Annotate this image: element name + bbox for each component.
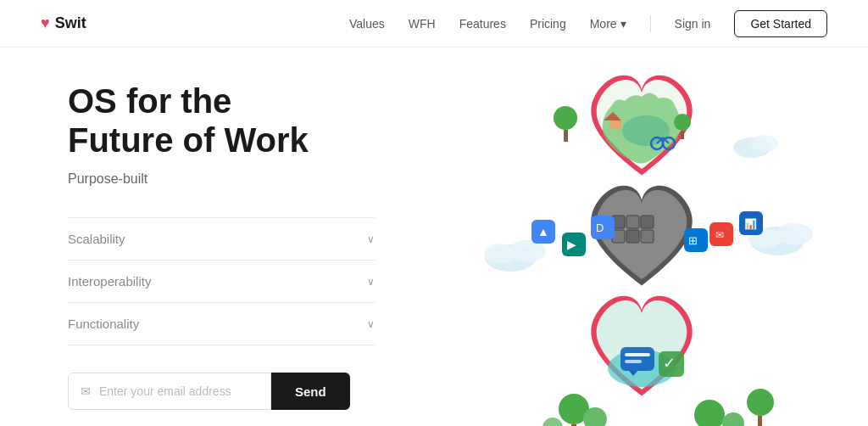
svg-rect-20 (626, 216, 639, 228)
svg-point-52 (542, 418, 563, 426)
functionality-label: Functionality (68, 317, 139, 331)
svg-text:⊞: ⊞ (688, 234, 698, 247)
svg-rect-18 (564, 130, 568, 142)
svg-rect-23 (626, 230, 639, 243)
more-chevron-icon: ▾ (620, 17, 626, 31)
subheadline: Purpose-built (68, 171, 375, 187)
svg-point-48 (694, 400, 725, 426)
heart-stack-illustration: ▲ ▶ ✉ 📊 D ⊞ (464, 63, 820, 426)
hero-section: OS for the Future of Work Purpose-built … (0, 48, 415, 426)
nav-divider (650, 15, 651, 32)
svg-text:D: D (596, 221, 604, 234)
email-icon: ✉ (81, 384, 91, 398)
svg-text:▲: ▲ (537, 225, 549, 238)
header: ♥ Swit Values WFH Features Pricing More … (0, 0, 868, 48)
interoperability-label: Interoperability (68, 274, 151, 289)
nav-pricing[interactable]: Pricing (530, 17, 566, 31)
main-nav: Values WFH Features Pricing More ▾ Sign … (349, 10, 827, 37)
headline: OS for the Future of Work (68, 81, 375, 160)
svg-point-17 (554, 106, 577, 130)
send-button[interactable]: Send (271, 373, 350, 410)
svg-rect-21 (641, 216, 654, 228)
hero-illustration: ▲ ▶ ✉ 📊 D ⊞ (415, 48, 868, 426)
nav-values[interactable]: Values (349, 17, 385, 31)
svg-point-50 (722, 412, 744, 426)
svg-rect-41 (625, 360, 642, 363)
nav-features[interactable]: Features (459, 17, 506, 31)
nav-more-label: More (590, 17, 617, 31)
svg-rect-38 (620, 347, 654, 371)
email-input-wrapper: ✉ (68, 373, 271, 410)
accordion-functionality[interactable]: Functionality ∨ (68, 303, 375, 345)
svg-point-4 (776, 223, 813, 245)
svg-point-2 (484, 244, 515, 264)
nav-more-dropdown[interactable]: More ▾ (590, 17, 626, 31)
email-input[interactable] (99, 384, 259, 398)
interoperability-chevron-icon: ∨ (367, 276, 375, 288)
svg-text:✓: ✓ (663, 355, 676, 372)
functionality-chevron-icon: ∨ (367, 318, 375, 330)
scalability-label: Scalability (68, 232, 125, 246)
illustration-svg: ▲ ▶ ✉ 📊 D ⊞ (464, 63, 820, 426)
features-accordion: Scalability ∨ Interoperability ∨ Functio… (68, 217, 375, 345)
svg-rect-55 (758, 416, 762, 426)
svg-point-15 (674, 114, 691, 131)
svg-text:▶: ▶ (567, 238, 576, 251)
svg-rect-9 (609, 121, 621, 129)
get-started-button[interactable]: Get Started (734, 10, 827, 37)
signin-button[interactable]: Sign in (675, 17, 711, 31)
logo-text: Swit (55, 14, 86, 32)
nav-wfh[interactable]: WFH (409, 17, 436, 31)
svg-point-7 (751, 135, 778, 152)
accordion-scalability[interactable]: Scalability ∨ (68, 218, 375, 261)
svg-rect-16 (681, 131, 684, 139)
svg-text:✉: ✉ (715, 229, 724, 241)
scalability-chevron-icon: ∨ (367, 233, 375, 245)
logo-heart-icon: ♥ (41, 14, 50, 32)
svg-rect-40 (625, 353, 650, 356)
svg-text:📊: 📊 (744, 217, 757, 230)
accordion-interoperability[interactable]: Interoperability ∨ (68, 261, 375, 303)
svg-rect-24 (641, 230, 654, 243)
email-signup-form: ✉ Send (68, 373, 375, 410)
main-content: OS for the Future of Work Purpose-built … (0, 48, 868, 426)
svg-point-54 (747, 389, 774, 416)
logo[interactable]: ♥ Swit (41, 14, 86, 32)
